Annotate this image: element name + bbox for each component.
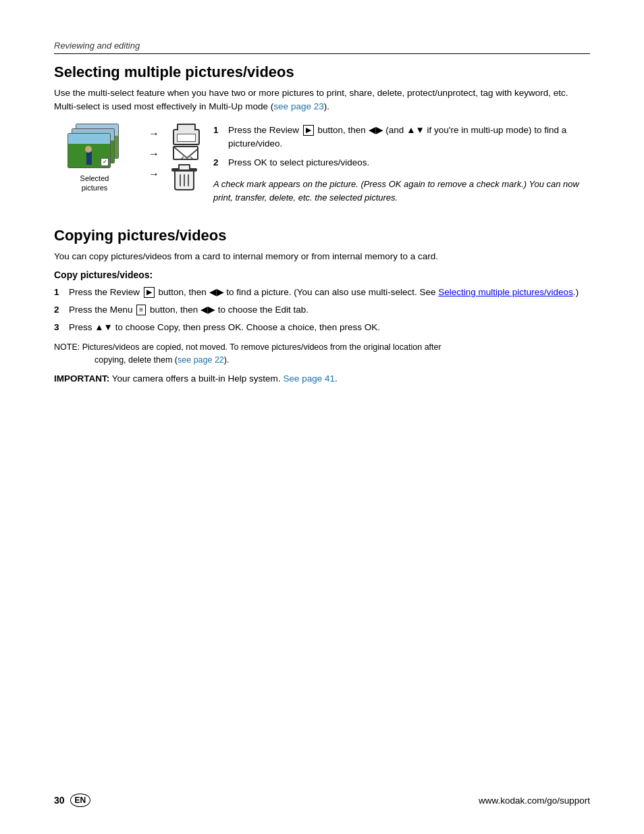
section-divider xyxy=(54,53,590,54)
arrow-right-3: → xyxy=(149,168,159,180)
section-label: Reviewing and editing xyxy=(54,41,590,51)
envelope-icon xyxy=(173,146,198,160)
copy-step2: 2 Press the Menu ≡ button, then ◀▶ to ch… xyxy=(54,303,590,317)
copy-step1-content: Press the Review ▶ button, then ◀▶ to fi… xyxy=(69,286,590,299)
review-button-icon: ▶ xyxy=(303,125,314,136)
important: IMPORTANT: Your camera offers a built-in… xyxy=(54,372,590,386)
section1-content: ✓ Selected pictures → → → xyxy=(54,124,590,205)
important-content: Your camera offers a built-in Help syste… xyxy=(109,373,337,384)
section1-title: Selecting multiple pictures/videos xyxy=(54,63,590,81)
step2-content: Press OK to select pictures/videos. xyxy=(228,156,590,170)
selecting-link[interactable]: Selecting multiple pictures/videos xyxy=(438,287,573,297)
copy-step1-number: 1 xyxy=(54,286,65,299)
footer: 30 EN www.kodak.com/go/support xyxy=(54,780,590,807)
step1-content: Press the Review ▶ button, then ◀▶ (and … xyxy=(228,124,590,151)
photo-card-front: ✓ xyxy=(68,133,111,168)
note: NOTE: Pictures/videos are copied, not mo… xyxy=(54,341,590,367)
see-page-23-link[interactable]: see page 23 xyxy=(273,101,323,111)
copy-step3-number: 3 xyxy=(54,321,65,334)
step2: 2 Press OK to select pictures/videos. xyxy=(213,156,590,170)
copy-step3: 3 Press ▲▼ to choose Copy, then press OK… xyxy=(54,321,590,334)
note-label: NOTE: xyxy=(54,342,80,352)
step1-number: 1 xyxy=(213,124,224,151)
step1: 1 Press the Review ▶ button, then ◀▶ (an… xyxy=(213,124,590,151)
illustration: ✓ Selected pictures xyxy=(54,124,135,193)
step2-number: 2 xyxy=(213,156,224,170)
see-page-22-link[interactable]: see page 22 xyxy=(178,355,224,365)
footer-left: 30 EN xyxy=(54,793,90,807)
arrow-right-2: → xyxy=(149,148,159,160)
section-selecting: Selecting multiple pictures/videos Use t… xyxy=(54,63,590,215)
note-indent: copying, delete them (see page 22). xyxy=(95,354,590,367)
copy-step2-content: Press the Menu ≡ button, then ◀▶ to choo… xyxy=(69,303,590,317)
action-icons xyxy=(173,124,200,184)
printer-icon xyxy=(173,124,200,142)
footer-website: www.kodak.com/go/support xyxy=(479,796,590,806)
arrow-right-1: → xyxy=(149,128,159,140)
section-copying: Copying pictures/videos You can copy pic… xyxy=(54,227,590,392)
copy-step3-content: Press ▲▼ to choose Copy, then press OK. … xyxy=(69,321,590,334)
page: Reviewing and editing Selecting multiple… xyxy=(0,0,644,834)
photos-stack: ✓ xyxy=(68,124,122,171)
copy-step2-number: 2 xyxy=(54,303,65,317)
copy-step1: 1 Press the Review ▶ button, then ◀▶ to … xyxy=(54,286,590,299)
page-number: 30 xyxy=(54,795,65,806)
italic-note: A check mark appears on the picture. (Pr… xyxy=(213,178,590,204)
menu-icon: ≡ xyxy=(136,305,146,315)
svg-line-1 xyxy=(190,157,198,160)
see-page-41-link[interactable]: See page 41 xyxy=(283,373,335,384)
checkmark-badge: ✓ xyxy=(101,158,109,166)
review-icon-copy: ▶ xyxy=(144,287,155,298)
trash-icon xyxy=(173,164,196,184)
language-badge: EN xyxy=(70,793,91,807)
note-content: Pictures/videos are copied, not moved. T… xyxy=(80,342,441,352)
section2-intro: You can copy pictures/videos from a card… xyxy=(54,250,590,263)
illustration-caption: Selected pictures xyxy=(80,174,109,193)
svg-line-0 xyxy=(174,157,184,160)
intro-text-after: ). xyxy=(324,101,329,111)
arrows-column: → → → xyxy=(149,124,159,184)
section1-intro: Use the multi-select feature when you ha… xyxy=(54,86,590,114)
copy-subheading: Copy pictures/videos: xyxy=(54,269,590,280)
important-label: IMPORTANT: xyxy=(54,373,109,384)
section2-title: Copying pictures/videos xyxy=(54,227,590,244)
section1-steps: 1 Press the Review ▶ button, then ◀▶ (an… xyxy=(213,124,590,205)
